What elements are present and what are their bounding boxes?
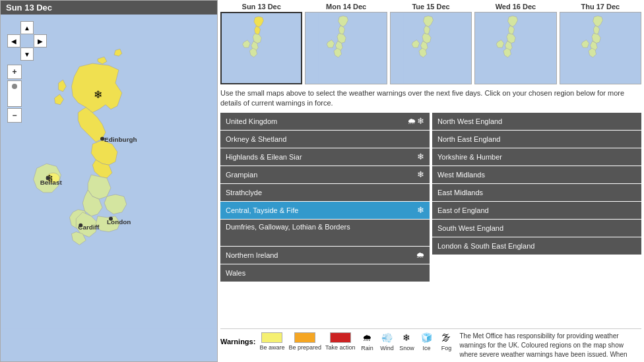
region-row-right-1[interactable]: North East England — [432, 131, 641, 148]
region-icons-left-5: ❄ — [417, 205, 424, 215]
map-controls: ▲ ◀ ▶ ▼ + − — [7, 21, 47, 123]
rain-icon: 🌧 — [359, 332, 375, 344]
region-row-right-0[interactable]: North West England — [432, 113, 641, 130]
regions-column-left: United Kingdom🌧❄Orkney & ShetlandHighlan… — [220, 113, 430, 328]
region-icons-left-7: 🌧 — [416, 250, 424, 260]
small-map-img-3[interactable] — [474, 12, 556, 84]
legend-be-aware: Be aware — [259, 332, 284, 351]
zoom-out-button[interactable]: − — [7, 108, 22, 123]
region-name-right-0: North West England — [437, 117, 633, 125]
region-name-left-6: Dumfries, Galloway, Lothian & Borders — [226, 223, 422, 231]
zoom-slider[interactable] — [7, 80, 22, 107]
small-map-date-0: Sun 13 Dec — [242, 3, 281, 11]
legend-be-prepared: Be prepared — [288, 332, 321, 351]
wind-label: Wind — [380, 345, 394, 351]
instructions-text: Use the small maps above to select the w… — [220, 88, 641, 109]
london-dot — [109, 217, 113, 221]
region-row-left-8[interactable]: Wales — [220, 264, 430, 282]
region-icons-left-0: 🌧❄ — [407, 116, 424, 126]
rain-warning-icon: 🌧 — [416, 250, 424, 260]
small-map-1[interactable]: Mon 14 Dec — [305, 3, 387, 84]
region-name-right-3: West Midlands — [437, 171, 633, 179]
region-row-left-7[interactable]: Northern Ireland🌧 — [220, 247, 430, 264]
legend-ice: 🧊 Ice — [418, 332, 434, 351]
belfast-label: Belfast — [40, 179, 63, 186]
small-map-img-4[interactable] — [560, 12, 641, 84]
region-row-left-1[interactable]: Orkney & Shetland — [220, 131, 430, 148]
small-map-3[interactable]: Wed 16 Dec — [474, 3, 556, 84]
cardiff-dot — [79, 224, 82, 227]
snow-marker-scotland: ❄ — [94, 89, 102, 100]
be-aware-label: Be aware — [259, 344, 284, 351]
edinburgh-label: Edinburgh — [104, 136, 137, 143]
snow-icon: ❄ — [399, 332, 414, 344]
region-icons-left-2: ❄ — [417, 152, 424, 162]
snow-warning-icon: ❄ — [417, 205, 424, 215]
region-row-left-0[interactable]: United Kingdom🌧❄ — [220, 113, 430, 130]
small-maps-row: Sun 13 Dec Mon 14 Dec Tue 15 Dec Wed 16 … — [220, 3, 641, 84]
small-map-date-1: Mon 14 Dec — [326, 3, 366, 11]
zoom-in-button[interactable]: + — [7, 65, 22, 79]
right-panel: Sun 13 Dec Mon 14 Dec Tue 15 Dec Wed 16 … — [218, 0, 644, 362]
belfast-dot — [46, 176, 50, 180]
region-name-left-0: United Kingdom — [226, 117, 404, 125]
region-name-right-7: London & South East England — [437, 242, 633, 250]
wind-icon: 💨 — [379, 332, 395, 344]
region-row-right-2[interactable]: Yorkshire & Humber — [432, 148, 641, 166]
pan-left-button[interactable]: ◀ — [7, 34, 20, 47]
small-map-img-2[interactable] — [390, 12, 472, 84]
region-row-left-3[interactable]: Grampian❄ — [220, 166, 430, 183]
region-row-left-2[interactable]: Highlands & Eilean Siar❄ — [220, 148, 430, 166]
regions-column-right: North West EnglandNorth East EnglandYork… — [432, 113, 641, 328]
region-row-left-4[interactable]: Strathclyde — [220, 184, 430, 201]
rain-label: Rain — [361, 345, 373, 351]
legend-snow: ❄ Snow — [399, 332, 414, 351]
legend-take-action: Take action — [325, 332, 356, 351]
info-text: The Met Office has responsibility for pr… — [459, 332, 641, 359]
ice-icon: 🧊 — [418, 332, 434, 344]
region-row-right-3[interactable]: West Midlands — [432, 166, 641, 183]
warnings-legend: Warnings: Be aware Be prepared Take acti… — [220, 332, 454, 351]
region-name-left-7: Northern Ireland — [226, 251, 413, 259]
legend-wind: 💨 Wind — [379, 332, 395, 351]
small-map-img-0[interactable] — [220, 12, 302, 84]
pan-down-button[interactable]: ▼ — [20, 47, 34, 61]
pan-up-button[interactable]: ▲ — [20, 21, 34, 34]
ice-label: Ice — [422, 345, 430, 351]
region-name-left-3: Grampian — [226, 171, 414, 179]
region-name-left-2: Highlands & Eilean Siar — [226, 153, 414, 161]
small-map-0[interactable]: Sun 13 Dec — [220, 3, 302, 84]
pan-right-button[interactable]: ▶ — [34, 34, 47, 47]
rain-warning-icon: 🌧 — [407, 116, 416, 126]
region-row-left-6[interactable]: Dumfries, Galloway, Lothian & Borders — [220, 220, 430, 246]
main-container: Sun 13 Dec ▲ ◀ ▶ ▼ + − — [0, 0, 644, 362]
region-row-right-6[interactable]: South West England — [432, 220, 641, 237]
small-map-img-1[interactable] — [305, 12, 387, 84]
take-action-label: Take action — [325, 344, 356, 351]
map-date-header: Sun 13 Dec — [1, 1, 217, 15]
region-name-right-6: South West England — [437, 224, 633, 232]
be-prepared-label: Be prepared — [288, 344, 321, 351]
region-row-right-5[interactable]: East of England — [432, 202, 641, 219]
warnings-label: Warnings: — [220, 338, 255, 346]
region-name-right-1: North East England — [437, 135, 633, 143]
legend-rain: 🌧 Rain — [359, 332, 375, 351]
snow-warning-icon: ❄ — [417, 152, 424, 162]
region-name-right-5: East of England — [437, 206, 633, 214]
region-row-right-4[interactable]: East Midlands — [432, 184, 641, 201]
snow-warning-icon: ❄ — [417, 116, 424, 126]
region-icons-left-3: ❄ — [417, 169, 424, 179]
bottom-panel: Warnings: Be aware Be prepared Take acti… — [220, 328, 641, 359]
map-area[interactable]: ▲ ◀ ▶ ▼ + − — [1, 15, 217, 361]
small-map-4[interactable]: Thu 17 Dec — [560, 3, 641, 84]
region-name-right-4: East Midlands — [437, 189, 633, 196]
region-row-left-5[interactable]: Central, Tayside & Fife❄ — [220, 202, 430, 219]
map-panel: Sun 13 Dec ▲ ◀ ▶ ▼ + − — [0, 0, 218, 362]
region-row-right-7[interactable]: London & South East England — [432, 237, 641, 255]
region-name-left-4: Strathclyde — [226, 189, 422, 196]
small-map-2[interactable]: Tue 15 Dec — [390, 3, 472, 84]
region-name-left-5: Central, Tayside & Fife — [226, 206, 414, 214]
pan-controls: ▲ ◀ ▶ ▼ — [7, 21, 47, 61]
take-action-color — [330, 332, 351, 343]
small-map-date-4: Thu 17 Dec — [581, 3, 620, 11]
